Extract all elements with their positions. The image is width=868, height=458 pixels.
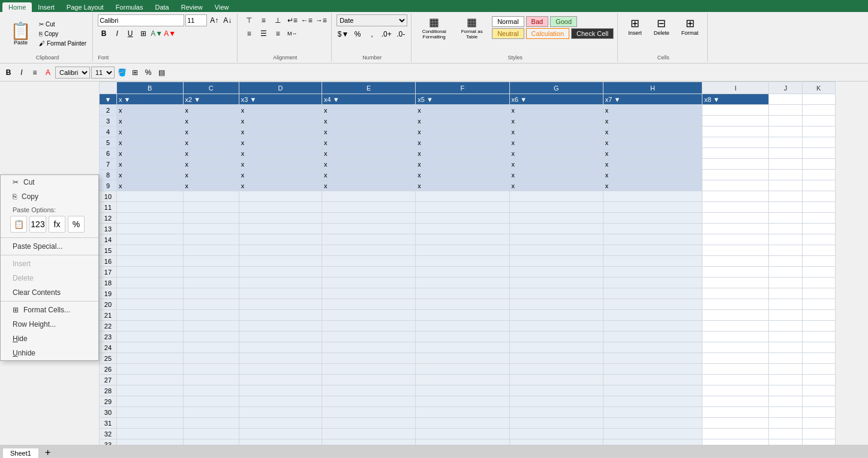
mini-borders-button[interactable]: ⊞ [129, 67, 141, 79]
ctx-paste-special[interactable]: Paste Special... [1, 239, 98, 254]
ctx-unhide[interactable]: Unhide [1, 346, 98, 360]
tab-formulas[interactable]: Formulas [110, 2, 149, 12]
border-button[interactable]: ⊞ [137, 28, 149, 40]
format-painter-button[interactable]: 🖌 Format Painter [37, 39, 89, 48]
grid-wrapper[interactable]: B C D E F G H I J K ▼ [99, 82, 868, 445]
table-cell[interactable]: x [239, 180, 322, 191]
currency-button[interactable]: $▼ [337, 28, 350, 40]
number-format-select[interactable]: Date General Number Currency Percentage … [337, 14, 407, 26]
font-grow-button[interactable]: A↑ [208, 14, 220, 26]
filter-cell-x4[interactable]: x4 ▼ [322, 94, 416, 105]
wrap-text-button[interactable]: ↵≡ [286, 14, 299, 26]
table-cell[interactable]: x [116, 148, 183, 159]
table-cell[interactable]: x [183, 159, 239, 170]
ctx-paste-icon-1[interactable]: 📋 [10, 216, 27, 233]
mini-styles-button[interactable]: ▤ [155, 67, 167, 79]
comma-button[interactable]: , [365, 28, 379, 40]
ctx-row-height[interactable]: Row Height... [1, 317, 98, 332]
col-header-C[interactable]: C [183, 82, 239, 94]
underline-button[interactable]: U [124, 28, 136, 40]
table-cell[interactable]: x [416, 137, 509, 148]
font-name-input[interactable] [98, 14, 184, 26]
mini-font-name-select[interactable]: Calibri [55, 67, 90, 79]
table-cell[interactable]: x [183, 126, 239, 137]
insert-button[interactable]: ⊞ Insert [623, 14, 647, 38]
table-cell[interactable]: x [239, 159, 322, 170]
mini-number-format-button[interactable]: % [142, 67, 154, 79]
merge-center-button[interactable]: M↔ [286, 28, 299, 40]
align-center-button[interactable]: ☰ [257, 28, 270, 40]
col-header-D[interactable]: D [239, 82, 322, 94]
fill-color-button[interactable]: A▼ [151, 28, 163, 40]
table-cell[interactable]: x [116, 105, 183, 116]
calculation-style[interactable]: Calculation [526, 28, 569, 39]
ctx-clear-contents[interactable]: Clear Contents [1, 285, 98, 300]
paste-button[interactable]: 📋 Paste [6, 21, 35, 47]
table-cell[interactable]: x [183, 137, 239, 148]
table-cell[interactable]: x [116, 126, 183, 137]
tab-insert[interactable]: Insert [32, 2, 61, 12]
table-cell[interactable]: x [416, 105, 509, 116]
table-cell[interactable]: x [509, 170, 603, 180]
font-shrink-button[interactable]: A↓ [221, 14, 233, 26]
format-as-table-button[interactable]: ▦ Format as Table [454, 14, 489, 41]
copy-button[interactable]: ⎘ Copy [37, 29, 89, 38]
mini-fill-color-button[interactable]: 🪣 [116, 67, 128, 79]
col-header-J[interactable]: J [769, 82, 802, 94]
table-cell[interactable]: x [603, 170, 702, 180]
good-style[interactable]: Good [550, 16, 577, 27]
table-cell[interactable]: x [116, 170, 183, 180]
table-cell[interactable]: x [322, 180, 416, 191]
ctx-hide[interactable]: Hide [1, 332, 98, 346]
table-cell[interactable]: x [183, 105, 239, 116]
col-header-H[interactable]: H [603, 82, 702, 94]
filter-cell-x8[interactable]: x8 ▼ [702, 94, 769, 105]
cut-button[interactable]: ✂ Cut [37, 20, 89, 29]
table-cell[interactable]: x [322, 105, 416, 116]
delete-button[interactable]: ⊟ Delete [648, 14, 675, 38]
align-right-button[interactable]: ≡ [271, 28, 284, 40]
filter-cell-x[interactable]: x ▼ [116, 94, 183, 105]
table-cell[interactable]: x [416, 126, 509, 137]
table-cell[interactable]: x [322, 148, 416, 159]
table-cell[interactable]: x [116, 180, 183, 191]
table-cell[interactable]: x [183, 180, 239, 191]
tab-page-layout[interactable]: Page Layout [61, 2, 110, 12]
filter-cell-x3[interactable]: x3 ▼ [239, 94, 322, 105]
table-cell[interactable]: x [509, 159, 603, 170]
add-sheet-button[interactable]: + [40, 447, 55, 458]
align-bottom-button[interactable]: ⊥ [271, 14, 284, 26]
table-cell[interactable]: x [509, 105, 603, 116]
table-cell[interactable]: x [183, 170, 239, 180]
table-cell[interactable]: x [416, 159, 509, 170]
mini-bold-button[interactable]: B [2, 67, 14, 79]
table-cell[interactable]: x [322, 159, 416, 170]
table-cell[interactable]: x [509, 148, 603, 159]
table-cell[interactable]: x [509, 116, 603, 126]
ctx-paste-icon-2[interactable]: 123 [29, 216, 46, 233]
tab-review[interactable]: Review [175, 2, 209, 12]
col-header-B[interactable]: B [116, 82, 183, 94]
table-cell[interactable]: x [416, 180, 509, 191]
decimal-decrease-button[interactable]: .0- [394, 28, 407, 40]
mini-align-left-button[interactable]: ≡ [29, 67, 41, 79]
neutral-style[interactable]: Neutral [492, 28, 524, 39]
table-cell[interactable]: x [116, 159, 183, 170]
table-cell[interactable]: x [416, 170, 509, 180]
table-cell[interactable]: x [183, 148, 239, 159]
table-cell[interactable]: x [116, 137, 183, 148]
italic-button[interactable]: I [111, 28, 123, 40]
indent-increase-button[interactable]: →≡ [314, 14, 328, 26]
ctx-paste-icon-4[interactable]: % [68, 216, 85, 233]
table-cell[interactable]: x [603, 126, 702, 137]
check-cell-style[interactable]: Check Cell [571, 28, 614, 39]
col-header-I[interactable]: I [702, 82, 769, 94]
tab-home[interactable]: Home [2, 2, 32, 12]
col-header-K[interactable]: K [802, 82, 835, 94]
font-color-button[interactable]: A▼ [164, 28, 176, 40]
conditional-formatting-button[interactable]: ▦ Conditional Formatting [416, 14, 452, 41]
table-cell[interactable]: x [416, 116, 509, 126]
mini-font-color-button[interactable]: A [42, 67, 54, 79]
col-header-G[interactable]: G [509, 82, 603, 94]
align-left-button[interactable]: ≡ [242, 28, 256, 40]
